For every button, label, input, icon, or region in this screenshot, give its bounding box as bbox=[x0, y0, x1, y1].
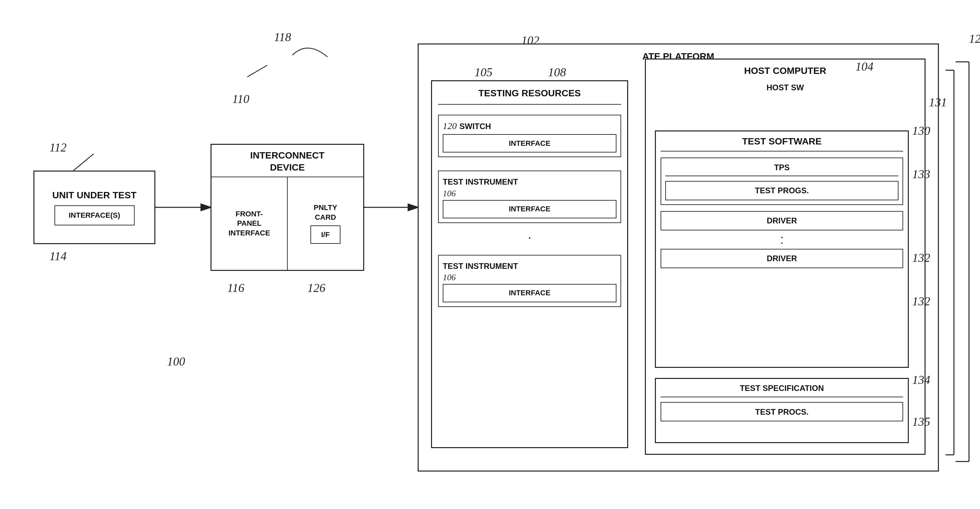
testing-resources-box: TESTING RESOURCES 120 SWITCH INTERFACE T… bbox=[431, 80, 628, 448]
test-progs-label: TEST PROGS. bbox=[755, 185, 808, 196]
test-specification-box: TEST SPECIFICATION TEST PROCS. bbox=[655, 378, 909, 443]
test-software-box: TEST SOFTWARE TPS TEST PROGS. DRIVER : D… bbox=[655, 131, 909, 368]
driver2-label: DRIVER bbox=[767, 253, 797, 263]
ref-130: 130 bbox=[912, 124, 930, 138]
host-sw-label: HOST SW bbox=[767, 83, 804, 92]
interconnect-device-box: INTERCONNECTDEVICE FRONT-PANELINTERFACE … bbox=[210, 144, 364, 271]
ref-106a: 106 bbox=[443, 188, 616, 199]
test-software-label: TEST SOFTWARE bbox=[742, 136, 822, 147]
svg-line-11 bbox=[73, 154, 94, 171]
ref-102: 102 bbox=[521, 34, 539, 48]
ref-133: 133 bbox=[912, 167, 930, 181]
tps-label: TPS bbox=[774, 163, 790, 172]
ref-112: 112 bbox=[49, 140, 67, 155]
diagram-container: UNIT UNDER TEST INTERFACE(S) 112 114 INT… bbox=[0, 0, 980, 509]
ref-106b: 106 bbox=[443, 273, 616, 282]
ref-132b: 132 bbox=[912, 294, 930, 308]
ti2-interface-label: INTERFACE bbox=[509, 288, 550, 298]
pnlty-card-label: PNLTYCARD bbox=[314, 203, 337, 222]
unit-under-test-box: UNIT UNDER TEST INTERFACE(S) bbox=[33, 171, 155, 244]
ref-132a: 132 bbox=[912, 251, 930, 265]
ref-131: 131 bbox=[929, 95, 947, 109]
test-procs-label: TEST PROCS. bbox=[755, 407, 808, 417]
ref-105: 105 bbox=[474, 65, 493, 79]
ref-126: 126 bbox=[307, 281, 325, 295]
if-label: I/F bbox=[321, 230, 330, 240]
ref-135: 135 bbox=[912, 415, 930, 429]
ref-108: 108 bbox=[548, 65, 566, 79]
test-instrument1-label: TEST INSTRUMENT bbox=[443, 177, 518, 187]
ref-116: 116 bbox=[227, 281, 244, 295]
ref-118: 118 bbox=[274, 30, 291, 44]
ref-128: 128 bbox=[969, 32, 980, 46]
ti1-interface-label: INTERFACE bbox=[509, 204, 550, 214]
ref-120-inline: 120 bbox=[443, 121, 457, 131]
unit-under-test-label: UNIT UNDER TEST bbox=[52, 189, 137, 201]
ref-100: 100 bbox=[167, 354, 185, 369]
switch-label: SWITCH bbox=[460, 121, 491, 131]
ref-134: 134 bbox=[912, 373, 930, 387]
ref-104: 104 bbox=[855, 59, 873, 73]
interconnect-label: INTERCONNECTDEVICE bbox=[250, 150, 325, 172]
ref-114: 114 bbox=[49, 249, 67, 263]
svg-line-10 bbox=[247, 65, 267, 77]
driver1-label: DRIVER bbox=[767, 215, 797, 226]
test-instrument2-label: TEST INSTRUMENT bbox=[443, 261, 518, 271]
testing-resources-label: TESTING RESOURCES bbox=[479, 88, 581, 98]
front-panel-label: FRONT-PANELINTERFACE bbox=[229, 209, 270, 238]
ellipsis-mid: · bbox=[438, 230, 621, 245]
ellipsis-right: : bbox=[660, 233, 903, 247]
interface-s-label: INTERFACE(S) bbox=[69, 211, 120, 220]
switch-interface-label: INTERFACE bbox=[509, 139, 550, 148]
test-specification-label: TEST SPECIFICATION bbox=[740, 384, 824, 393]
ref-110: 110 bbox=[232, 92, 249, 106]
host-computer-label: HOST COMPUTER bbox=[744, 65, 826, 76]
